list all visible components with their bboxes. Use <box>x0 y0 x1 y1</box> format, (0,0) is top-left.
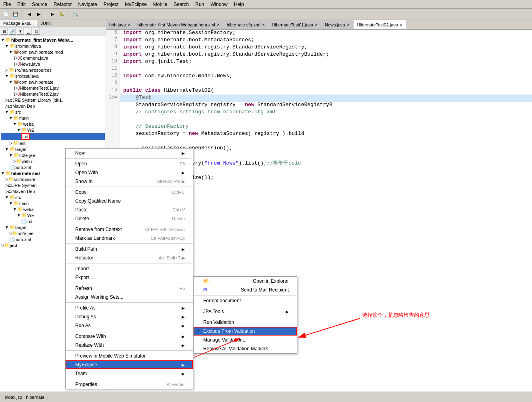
toolbar-new[interactable]: 📄 <box>2 10 10 19</box>
ctx-shortcut: Alt+Enter <box>166 382 185 387</box>
tree-item[interactable]: ▼📁 weba <box>1 121 105 127</box>
sub-manage-validation[interactable]: Manage Validation... <box>194 336 297 344</box>
panel-min-btn[interactable]: _ <box>25 28 32 35</box>
ctx-assign-working-sets[interactable]: Assign Working Sets... <box>66 293 193 302</box>
menu-help[interactable]: Help <box>231 1 247 8</box>
tree-item[interactable]: ▼📁 WE <box>1 127 105 133</box>
toolbar-forward[interactable]: ▶ <box>34 10 43 19</box>
tab-hibernate-test02[interactable]: HibernateTest02.java ✕ <box>354 20 406 29</box>
sub-open-explorer[interactable]: 📂 Open in Explorer <box>194 277 297 285</box>
toolbar-search[interactable]: 🔍 <box>71 10 80 19</box>
panel-max-btn[interactable]: □ <box>33 28 40 35</box>
ctx-refresh[interactable]: Refresh F5 <box>66 284 193 293</box>
menu-refactor[interactable]: Refactor <box>50 1 75 8</box>
ctx-import[interactable]: Import... <box>66 264 193 273</box>
tab-hibernate-test01[interactable]: HibernateTest01.java ✕ <box>269 20 322 29</box>
tab-close[interactable]: ✕ <box>128 23 131 27</box>
tree-item[interactable]: ▼📦 com.sw.hibernate.mod <box>1 49 105 55</box>
sub-send-mail[interactable]: ✉ Send to Mail Recipient <box>194 285 297 294</box>
ctx-replace-with[interactable]: Replace With ▶ <box>66 341 193 350</box>
panel-menu-btn[interactable]: ▼ <box>17 28 24 35</box>
tree-item[interactable]: ▷J HibernateTest01.jav <box>1 85 105 91</box>
statusbar-file: index.jsp - hibernate <box>2 395 48 400</box>
code-line: 7 import org.hibernate.boot.MetadataSour… <box>106 37 532 44</box>
ctx-debug-as[interactable]: Debug As ▶ <box>66 312 193 321</box>
sub-format-document[interactable]: Format document <box>194 296 297 305</box>
tree-item[interactable]: ▷📁 test <box>1 140 105 146</box>
menu-mobile[interactable]: Mobile <box>150 1 170 8</box>
link-editor-btn[interactable]: 🔗 <box>9 28 16 35</box>
menu-edit[interactable]: Edit <box>14 1 29 8</box>
ctx-open[interactable]: Open F3 <box>66 159 193 168</box>
ctx-new[interactable]: New ▶ <box>66 149 193 157</box>
ctx-open-with[interactable]: Open With ▶ <box>66 168 193 177</box>
ctx-preview-mobile[interactable]: Preview in Mobile Web Simulator <box>66 352 193 360</box>
tree-item[interactable]: ▼📁 hibernate_first Maven Weba... <box>1 37 105 43</box>
ctx-copy[interactable]: Copy Ctrl+C <box>66 188 193 197</box>
ctx-team[interactable]: Team ▶ <box>66 369 193 378</box>
ctx-sep <box>66 187 193 187</box>
menu-source[interactable]: Source <box>29 1 50 8</box>
tab-hhh-java[interactable]: hhh.java ✕ <box>106 20 134 29</box>
ctx-build-path[interactable]: Build Path ▶ <box>66 245 193 253</box>
ctx-compare-with[interactable]: Compare With ▶ <box>66 332 193 341</box>
tree-item[interactable]: ▼📁 src/test/java <box>1 73 105 79</box>
tab-close[interactable]: ✕ <box>400 23 403 27</box>
tab-close[interactable]: ✕ <box>347 23 350 27</box>
sub-remove-markers[interactable]: Remove All Validation Markers <box>194 344 297 353</box>
tree-item[interactable]: ▼📦 com.sw.hibernate <box>1 79 105 85</box>
ctx-properties[interactable]: Properties Alt+Enter <box>66 380 193 389</box>
tree-item[interactable]: ▷J Comment.java <box>1 55 105 61</box>
menu-file[interactable]: File <box>0 1 14 8</box>
tree-item-selected[interactable]: ind <box>1 133 105 140</box>
tree-item[interactable]: ▷📁 src/main/resources <box>1 67 105 73</box>
ctx-paste[interactable]: Paste Ctrl+V <box>66 205 193 214</box>
sub-exclude-validation[interactable]: ✓ Exclude From Validation <box>194 327 297 336</box>
ctx-arrow: ▶ <box>286 310 289 314</box>
ctx-shortcut: Ctrl+Alt+Shift+Down <box>145 227 185 232</box>
ctx-copy-qualified[interactable]: Copy Qualified Name <box>66 197 193 205</box>
ctx-profile-as[interactable]: Profile As ▶ <box>66 304 193 312</box>
tab-hibernate-cfg[interactable]: hibernate.cfg.xml ✕ <box>224 20 269 29</box>
tree-item[interactable]: ▷🗂 Maven Dep <box>1 103 105 109</box>
panel-toolbar: ⊟ 🔗 ▼ _ □ <box>0 27 106 36</box>
tree-item[interactable]: ▷J HibernateTest02.jav <box>1 91 105 97</box>
ctx-show-in[interactable]: Show In Alt+Shift+W ▶ <box>66 177 193 186</box>
tree-item[interactable]: ▼📁 src <box>1 109 105 115</box>
sub-run-validation[interactable]: Run Validation <box>194 318 297 327</box>
tab-close[interactable]: ✕ <box>315 23 318 27</box>
tab-junit[interactable]: JUnit <box>37 20 54 26</box>
menu-project[interactable]: Project <box>100 1 122 8</box>
toolbar-save[interactable]: 💾 <box>11 10 20 19</box>
collapse-all-btn[interactable]: ⊟ <box>1 28 8 35</box>
tree-item[interactable]: ▷J News.java <box>1 61 105 67</box>
toolbar-back[interactable]: ◀ <box>25 10 34 19</box>
ctx-myeclipse[interactable]: MyEclipse ▶ <box>66 360 193 369</box>
menu-myeclipse[interactable]: MyEclipse <box>122 1 150 8</box>
menu-navigate[interactable]: Navigate <box>75 1 100 8</box>
menu-run[interactable]: Run <box>192 1 207 8</box>
tree-item[interactable]: ▷🗂 JRE System Library [jdk1. <box>1 97 105 103</box>
ctx-refactor[interactable]: Refactor Alt+Shift+T ▶ <box>66 253 193 262</box>
tree-item[interactable]: ▼📁 main <box>1 115 105 121</box>
ctx-remove-context[interactable]: Remove from Context Ctrl+Alt+Shift+Down <box>66 225 193 234</box>
sub-jpa-tools[interactable]: JPA Tools ▶ <box>194 307 297 316</box>
tree-item[interactable]: ▼📁 src/main/java <box>1 43 105 49</box>
tab-news-java[interactable]: News.java ✕ <box>322 20 354 29</box>
ctx-delete[interactable]: Delete Delete <box>66 214 193 223</box>
ctx-arrow: ▶ <box>182 171 185 175</box>
tab-close[interactable]: ✕ <box>217 23 220 27</box>
ctx-run-as[interactable]: Run As ▶ <box>66 321 193 330</box>
ctx-arrow: ▶ <box>182 151 185 155</box>
toolbar-sep1 <box>22 10 23 18</box>
toolbar-debug[interactable]: 🐛 <box>58 10 66 19</box>
menu-window[interactable]: Window <box>207 1 231 8</box>
ctx-mark-landmark[interactable]: Mark as Landmark Ctrl+Alt+Shift+Up <box>66 234 193 243</box>
toolbar-run[interactable]: ▶ <box>48 10 57 19</box>
toolbar: 📄 💾 ◀ ▶ ▶ 🐛 🔍 <box>0 9 532 20</box>
menu-search[interactable]: Search <box>170 1 192 8</box>
ctx-export[interactable]: Export... <box>66 273 193 282</box>
tab-pom-xml[interactable]: hibernate_first Maven Webapp/pom.xml ✕ <box>134 20 224 29</box>
tab-package-explorer[interactable]: Package Expl... <box>0 20 37 26</box>
tab-close[interactable]: ✕ <box>262 23 265 27</box>
